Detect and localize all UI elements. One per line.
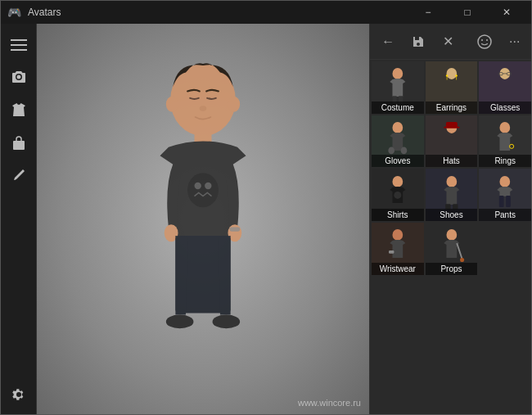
grid-item-pants[interactable]: Pants [479,169,531,221]
svg-point-9 [187,173,219,207]
svg-rect-38 [444,127,459,129]
avatar-svg [97,48,309,392]
grid-item-label-pants: Pants [479,209,531,221]
svg-point-43 [446,176,457,187]
app-title: Avatars [28,7,61,18]
grid-item-rings[interactable]: Rings [479,115,531,168]
svg-rect-1 [11,44,27,46]
main-canvas: www.wincore.ru [37,24,369,415]
avatar-area [97,48,309,392]
svg-point-16 [166,314,194,328]
svg-point-35 [401,147,408,154]
grid-item-earrings[interactable]: Earrings [426,61,478,114]
panel-toolbar: ← ✕ ··· [370,24,532,60]
svg-point-7 [228,96,240,111]
svg-rect-0 [11,39,27,41]
svg-rect-3 [13,141,25,150]
menu-icon[interactable] [4,30,34,60]
svg-point-11 [205,182,211,188]
shirt-icon[interactable] [4,96,34,125]
svg-point-46 [500,176,511,187]
grid-item-props[interactable]: Props [426,223,478,275]
svg-point-39 [500,122,511,133]
grid-item-label-rings: Rings [479,155,531,167]
app-container: www.wincore.ru ← ✕ ··· CostumeEarringsGl… [1,24,532,415]
svg-line-52 [457,243,462,259]
watermark: www.wincore.ru [298,398,361,408]
svg-point-40 [510,144,514,148]
svg-point-49 [392,229,403,241]
camera-icon[interactable] [4,63,34,92]
svg-point-26 [455,75,458,78]
title-bar-left: 🎮 Avatars [7,6,61,19]
grid-item-shoes[interactable]: Shoes [426,169,478,221]
svg-point-18 [478,35,491,48]
grid-item-label-wristwear: Wristwear [372,263,424,275]
grid-item-label-shoes: Shoes [426,209,478,221]
brush-icon[interactable] [4,161,34,191]
grid-item-label-shirts: Shirts [372,209,424,221]
svg-point-17 [213,314,241,328]
svg-point-20 [486,39,488,41]
svg-rect-2 [11,49,27,51]
svg-point-19 [481,39,483,41]
save-button[interactable] [407,29,431,55]
back-button[interactable]: ← [376,29,400,55]
close-button[interactable]: ✕ [489,1,525,24]
svg-rect-50 [389,250,394,254]
smiley-button[interactable] [473,29,497,55]
svg-point-10 [195,182,201,188]
svg-rect-14 [230,227,241,231]
svg-point-21 [392,68,403,79]
svg-point-33 [392,122,403,133]
grid-item-label-props: Props [426,263,478,275]
maximize-button[interactable]: □ [449,1,485,24]
minimize-button[interactable]: − [410,1,446,24]
svg-point-5 [200,106,206,111]
svg-rect-47 [499,196,504,207]
svg-point-42 [394,192,401,199]
svg-point-51 [446,229,457,241]
grid-item-glasses[interactable]: Glasses [479,61,531,114]
more-button[interactable]: ··· [503,29,526,55]
svg-point-53 [460,258,464,262]
svg-point-34 [388,147,394,154]
bag-icon[interactable] [4,129,34,158]
items-grid: CostumeEarringsGlassesGlovesHatsRingsShi… [370,60,532,277]
grid-item-label-gloves: Gloves [372,155,424,167]
grid-item-gloves[interactable]: Gloves [372,115,424,168]
app-icon: 🎮 [7,6,21,19]
grid-item-costume[interactable]: Costume [372,61,424,114]
grid-item-label-costume: Costume [372,101,424,114]
sidebar [1,24,37,415]
svg-point-25 [445,75,448,78]
title-bar-controls: − □ ✕ [410,1,525,24]
grid-item-shirts[interactable]: Shirts [372,169,424,221]
panel-close-button[interactable]: ✕ [436,29,460,55]
grid-item-label-hats: Hats [426,155,478,167]
grid-item-hats[interactable]: Hats [426,115,478,168]
svg-point-24 [446,68,457,79]
svg-rect-48 [506,196,511,207]
settings-icon[interactable] [4,380,34,409]
svg-point-6 [166,96,178,111]
grid-item-label-glasses: Glasses [479,101,531,114]
svg-point-41 [392,176,403,187]
grid-item-label-earrings: Earrings [426,101,478,114]
right-panel: ← ✕ ··· CostumeEarringsGlassesGlovesHats… [369,24,532,415]
grid-item-wristwear[interactable]: Wristwear [372,223,424,275]
title-bar: 🎮 Avatars − □ ✕ [1,1,531,24]
